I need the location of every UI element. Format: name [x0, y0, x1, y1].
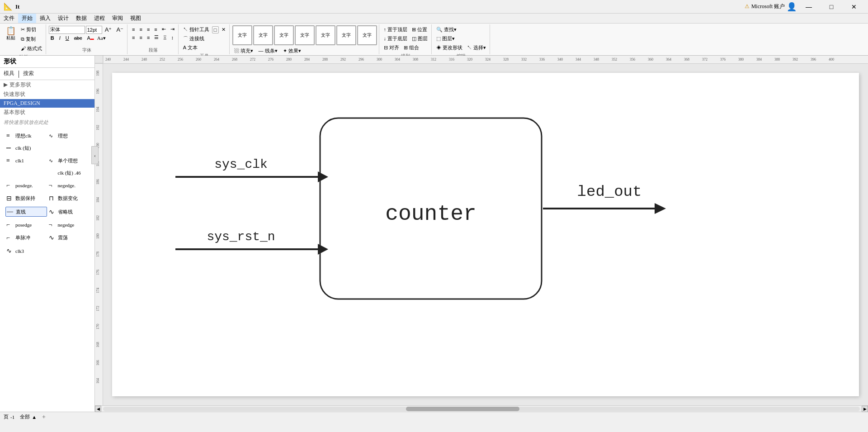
- select-button[interactable]: ↖ 选择▾: [465, 43, 488, 52]
- menu-insert[interactable]: 插入: [36, 14, 54, 23]
- shape-idealclk[interactable]: ≡ 理想clk: [5, 131, 47, 140]
- shape-ideal[interactable]: ∿ 理想: [48, 131, 90, 140]
- position-button[interactable]: ⊞ 位置: [410, 25, 429, 34]
- close-tool-button[interactable]: ✕: [220, 26, 227, 33]
- cut-button[interactable]: ✂ 剪切: [19, 25, 44, 34]
- connect-tool-button[interactable]: ⌒ 连接线: [181, 34, 206, 43]
- shape-clk-short[interactable]: ━━ clk (短): [5, 144, 47, 152]
- copy-button[interactable]: ⧉ 复制: [19, 35, 44, 43]
- scroll-right-button[interactable]: ▶: [862, 406, 868, 412]
- close-button[interactable]: ✕: [844, 0, 864, 13]
- italic-button[interactable]: I: [57, 34, 62, 42]
- indent-decrease-button[interactable]: ⇤: [160, 25, 168, 33]
- text-tool-button[interactable]: A 文本: [181, 43, 199, 52]
- bold-button[interactable]: B: [49, 34, 56, 42]
- sidebar-nav-stencils[interactable]: 模具: [4, 70, 14, 78]
- effect-button[interactable]: ✦ 效果▾: [281, 47, 303, 55]
- shape-single-ideal[interactable]: ∿ 单个理想: [48, 156, 90, 165]
- shape-posedge[interactable]: ⌐ posedge: [5, 220, 47, 229]
- menu-process[interactable]: 进程: [90, 14, 108, 23]
- align-bottom-button[interactable]: ≡: [145, 33, 151, 41]
- align-middle-button[interactable]: ≡: [138, 33, 144, 41]
- numbered-list-button[interactable]: Ξ: [161, 33, 168, 41]
- shape-data-change[interactable]: ⊓ 数据变化: [48, 194, 90, 203]
- align-center-button[interactable]: ≡: [138, 25, 144, 33]
- align-left-button[interactable]: ≡: [130, 25, 137, 33]
- scroll-track[interactable]: [103, 407, 860, 411]
- scroll-left-button[interactable]: ◀: [95, 406, 101, 412]
- sidebar-item-basic-shapes[interactable]: 基本形状: [0, 108, 94, 117]
- sidebar-item-quick-shapes[interactable]: 快速形状: [0, 90, 94, 99]
- paste-button[interactable]: 📋 粘贴: [4, 25, 18, 43]
- bring-forward-button[interactable]: ↑ 置于顶层: [382, 25, 410, 34]
- underline-button[interactable]: U: [64, 34, 71, 42]
- shape-negedge[interactable]: ¬ negedge: [48, 220, 90, 229]
- shape-line[interactable]: — 直线: [5, 207, 47, 217]
- line-button[interactable]: — 线条▾: [257, 47, 279, 55]
- menu-view[interactable]: 视图: [127, 14, 145, 23]
- align-right-button[interactable]: ≡: [145, 25, 151, 33]
- align-justify-button[interactable]: ≡: [152, 25, 159, 33]
- shape-negedge-dot[interactable]: ¬ negedge.: [48, 181, 90, 190]
- pointer-box-button[interactable]: □: [212, 26, 219, 33]
- sidebar-nav-search[interactable]: 搜索: [23, 70, 34, 78]
- image-button[interactable]: ⬚ 图层▾: [434, 34, 457, 43]
- change-shape-button[interactable]: ◈ 更改形状: [434, 43, 464, 52]
- canvas-main[interactable]: counter sys_clk sys_rst_n: [103, 64, 868, 405]
- list-button[interactable]: ☰: [152, 33, 160, 41]
- pointer-tool-button[interactable]: ↖ 指针工具: [181, 25, 211, 34]
- fill-button[interactable]: ▧ 填充▾: [232, 47, 255, 55]
- scroll-thumb[interactable]: [406, 407, 519, 411]
- horizontal-scrollbar[interactable]: ◀ ▶: [95, 405, 868, 412]
- all-pages-indicator[interactable]: 全部 ▲: [20, 413, 37, 420]
- format-button[interactable]: 🖌 格式式: [19, 44, 44, 53]
- shape-style-1[interactable]: 文字: [232, 25, 252, 45]
- shape-style-5[interactable]: 文字: [316, 25, 335, 45]
- menu-review[interactable]: 审阅: [108, 14, 127, 23]
- shape-style-5-text: 文字: [321, 32, 330, 38]
- align-top-button[interactable]: ≡: [130, 33, 137, 41]
- group-button[interactable]: ⊞ 组合: [402, 43, 421, 52]
- add-page-button[interactable]: +: [42, 413, 46, 421]
- menu-data[interactable]: 数据: [72, 14, 90, 23]
- sidebar-item-fpga-design[interactable]: FPGA_DESIGN: [0, 99, 94, 108]
- shape-clk1[interactable]: ≡ clk1: [5, 156, 47, 165]
- shape-single-pulse[interactable]: ⌐ 单脉冲: [5, 233, 47, 242]
- spacing-button[interactable]: ↕: [170, 33, 176, 41]
- shape-abbreviated[interactable]: ∿ 省略线: [48, 207, 90, 217]
- maximize-button[interactable]: □: [821, 0, 842, 13]
- svg-text:194: 194: [96, 107, 100, 112]
- shape-style-2[interactable]: 文字: [253, 25, 273, 45]
- shape-style-6[interactable]: 文字: [336, 25, 356, 45]
- shape-data-hold[interactable]: ⊟ 数据保持: [5, 194, 47, 203]
- shape-style-7[interactable]: 文字: [357, 25, 377, 45]
- shape-style-4[interactable]: 文字: [295, 25, 315, 45]
- shape-style-7-text: 文字: [363, 32, 372, 38]
- sidebar-collapse-button[interactable]: ‹: [91, 146, 99, 164]
- align-button[interactable]: ⊟ 对齐: [382, 43, 401, 52]
- shape-oscillate[interactable]: ∿ 震荡: [48, 233, 90, 242]
- font-increase-button[interactable]: A⁺: [103, 25, 114, 34]
- sidebar-item-more-shapes[interactable]: ▶ 更多形状: [0, 80, 94, 90]
- clk1-label: clk1: [15, 158, 24, 163]
- font-color-button[interactable]: A▬: [85, 34, 95, 42]
- shape-style-3[interactable]: 文字: [274, 25, 294, 45]
- shape-posdege[interactable]: ⌐ posdege.: [5, 181, 47, 190]
- layer-button[interactable]: ◫ 图层: [410, 34, 429, 43]
- send-backward-button[interactable]: ↓ 置于底层: [382, 34, 410, 43]
- find-button[interactable]: 🔍 查找▾: [434, 25, 458, 34]
- svg-text:196: 196: [96, 89, 100, 94]
- canvas-area: 240 244 248 252 256 260 264 268 272 276 …: [95, 56, 868, 412]
- font-name-input[interactable]: [49, 26, 85, 34]
- menu-file[interactable]: 文件: [0, 14, 18, 23]
- minimize-button[interactable]: —: [798, 0, 819, 13]
- menu-design[interactable]: 设计: [54, 14, 72, 23]
- indent-increase-button[interactable]: ⇥: [169, 25, 176, 33]
- font-size-input[interactable]: [86, 26, 102, 34]
- shape-clk3[interactable]: ∿ clk3: [5, 246, 47, 256]
- font-decrease-button[interactable]: A⁻: [114, 25, 125, 34]
- svg-text:248: 248: [142, 57, 147, 62]
- strikethrough-button[interactable]: abc: [72, 34, 84, 42]
- menu-home[interactable]: 开始: [18, 14, 36, 23]
- shape-clk-46[interactable]: clk (短) .46: [48, 169, 90, 177]
